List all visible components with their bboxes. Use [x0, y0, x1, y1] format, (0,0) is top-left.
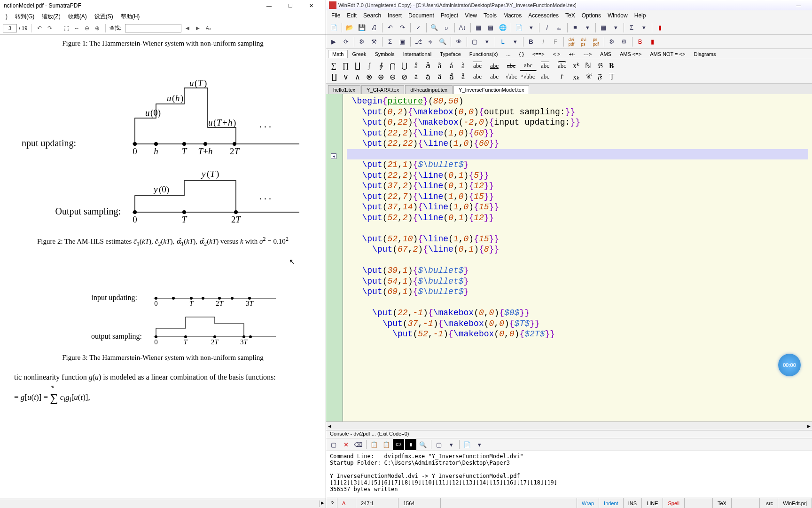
- list-dropdown-icon[interactable]: ▾: [582, 22, 593, 33]
- fit-width-icon[interactable]: ↔: [72, 24, 81, 32]
- math-symbol[interactable]: å: [457, 71, 469, 82]
- math-symbol[interactable]: ∫: [363, 61, 375, 71]
- math-symbol[interactable]: ⋃: [398, 61, 410, 71]
- math-symbol[interactable]: ⁿ√abc: [520, 71, 537, 82]
- math-tab[interactable]: Greek: [348, 50, 370, 58]
- page-number-input[interactable]: [3, 24, 17, 32]
- math-tab[interactable]: Math: [328, 50, 348, 58]
- math-symbol[interactable]: 𝕋: [606, 71, 617, 82]
- code-editor[interactable]: \begin{picture}(80,50) \put(0,2){\makebo…: [343, 94, 812, 421]
- status-qmark[interactable]: ?: [326, 498, 337, 508]
- editor-area[interactable]: ◂ \begin{picture}(80,50) \put(0,2){\make…: [326, 94, 812, 421]
- sigma-dropdown-icon[interactable]: ▾: [638, 22, 649, 33]
- compile-icon[interactable]: ▶: [328, 36, 339, 48]
- status-prj[interactable]: WinEdt.prj: [778, 498, 812, 508]
- math-symbol[interactable]: á: [445, 61, 457, 71]
- i-button[interactable]: I: [538, 36, 549, 48]
- math-tab[interactable]: { }: [515, 50, 528, 58]
- table-dropdown-icon[interactable]: ▾: [610, 22, 621, 33]
- math-tab[interactable]: AMS: [596, 50, 616, 58]
- ps-pdf-icon[interactable]: pspdf: [590, 36, 601, 48]
- math-symbol[interactable]: ã: [434, 61, 445, 71]
- math-symbol[interactable]: ∏: [340, 61, 351, 71]
- math-symbol[interactable]: abc: [469, 71, 486, 82]
- editor-hscrollbar[interactable]: ◀ ▶: [326, 421, 812, 430]
- status-tex[interactable]: TeX: [713, 498, 732, 508]
- list-icon[interactable]: ≡: [570, 22, 581, 33]
- doc-dropdown-icon[interactable]: ▾: [525, 22, 537, 33]
- gear2-icon[interactable]: ⚙: [618, 36, 630, 48]
- math-symbol[interactable]: ⊕: [375, 71, 387, 82]
- sigma-icon[interactable]: Σ: [626, 22, 637, 33]
- zoom-out-icon[interactable]: ⊖: [83, 24, 91, 32]
- math-tab[interactable]: ...: [502, 50, 515, 58]
- menu-item[interactable]: Project: [437, 12, 461, 19]
- open-file-icon[interactable]: 📂: [344, 22, 355, 33]
- redo-icon[interactable]: ↷: [397, 22, 408, 33]
- math-symbol[interactable]: ℕ: [582, 61, 594, 71]
- search-prev-icon[interactable]: ◀: [183, 24, 192, 32]
- math-tab[interactable]: Typeface: [436, 50, 465, 58]
- status-src[interactable]: -src: [760, 498, 778, 508]
- dvi-ps-icon[interactable]: dvips: [578, 36, 589, 48]
- menu-item[interactable]: 帮助(H): [117, 13, 144, 21]
- console-output[interactable]: Command Line: dvipdfmx.exe "Y_InverseFun…: [326, 451, 812, 498]
- font-size-icon[interactable]: A↕: [457, 22, 468, 33]
- math-symbol[interactable]: 𝔅: [594, 61, 606, 71]
- doc-icon[interactable]: 📄: [513, 22, 524, 33]
- math-symbol[interactable]: ā: [410, 71, 422, 82]
- console-copy-icon[interactable]: 📋: [368, 439, 380, 450]
- print-icon[interactable]: 🖨: [368, 22, 380, 33]
- console-save-dropdown[interactable]: ▾: [474, 439, 485, 450]
- status-indent[interactable]: Indent: [599, 498, 624, 508]
- undo-icon[interactable]: ↶: [384, 22, 396, 33]
- new-file-icon[interactable]: 📄: [328, 22, 339, 33]
- math-tab[interactable]: Functions(x): [465, 50, 502, 58]
- status-wrap[interactable]: Wrap: [577, 498, 599, 508]
- status-spell[interactable]: Spell: [663, 498, 684, 508]
- menu-item[interactable]: 转到(G): [11, 13, 38, 21]
- f-button[interactable]: F: [550, 36, 561, 48]
- pdf-adobe-icon[interactable]: ▮: [647, 36, 658, 48]
- tex2-icon[interactable]: ⎆: [425, 36, 436, 48]
- menu-item[interactable]: Edit: [344, 12, 360, 19]
- match-case-icon[interactable]: Aₐ: [204, 24, 212, 32]
- prev-arrow-icon[interactable]: ↶: [35, 24, 44, 32]
- search-next-icon[interactable]: ▶: [194, 24, 202, 32]
- menu-item[interactable]: Options: [578, 12, 604, 19]
- emphasis-icon[interactable]: ⎁: [554, 22, 565, 33]
- preview-icon[interactable]: 👁: [453, 36, 464, 48]
- sigma-build-icon[interactable]: Σ: [384, 36, 396, 48]
- math-symbol[interactable]: abc: [469, 61, 486, 71]
- menu-item[interactable]: ): [2, 13, 11, 20]
- math-symbol[interactable]: ä: [434, 71, 445, 82]
- next-arrow-icon[interactable]: ↷: [46, 24, 54, 32]
- table-icon[interactable]: ▦: [598, 22, 609, 33]
- file-tab[interactable]: Y_GI-ARX.tex: [361, 85, 404, 94]
- find-icon[interactable]: 🔍: [429, 22, 440, 33]
- console-cmd-icon[interactable]: C:\: [393, 439, 404, 450]
- fit-page-icon[interactable]: ⬚: [62, 24, 70, 32]
- pdf-viewport[interactable]: Figure 1: The Hammerstein-Wiener system …: [0, 35, 326, 499]
- gear-icon[interactable]: ⚙: [606, 36, 617, 48]
- math-symbol[interactable]: 𝔉: [594, 71, 606, 82]
- build2-icon[interactable]: ⚒: [368, 36, 380, 48]
- b-button[interactable]: B: [525, 36, 537, 48]
- math-symbol[interactable]: abc: [537, 71, 554, 82]
- find2-icon[interactable]: 🔍: [437, 36, 448, 48]
- console-cmd2-icon[interactable]: ▮: [405, 439, 416, 450]
- math-symbol[interactable]: ∧: [351, 71, 363, 82]
- math-symbol[interactable]: ⊘: [398, 71, 410, 82]
- math-symbol[interactable]: ȧ: [422, 71, 434, 82]
- console-opt-icon[interactable]: ▢: [433, 439, 445, 450]
- math-tab[interactable]: International: [399, 50, 436, 58]
- spellcheck-icon[interactable]: ✓: [413, 22, 424, 33]
- menu-item[interactable]: 设置(S): [91, 13, 117, 21]
- menu-item[interactable]: Macros: [500, 12, 525, 19]
- pdf-icon-red[interactable]: ▮: [654, 22, 665, 33]
- file-tab[interactable]: hello1.tex: [328, 85, 360, 94]
- menu-item[interactable]: Insert: [384, 12, 405, 19]
- menu-item[interactable]: 收藏(A): [64, 13, 91, 21]
- math-tab[interactable]: < >: [549, 50, 565, 58]
- zoom-in-icon[interactable]: ⊕: [93, 24, 102, 32]
